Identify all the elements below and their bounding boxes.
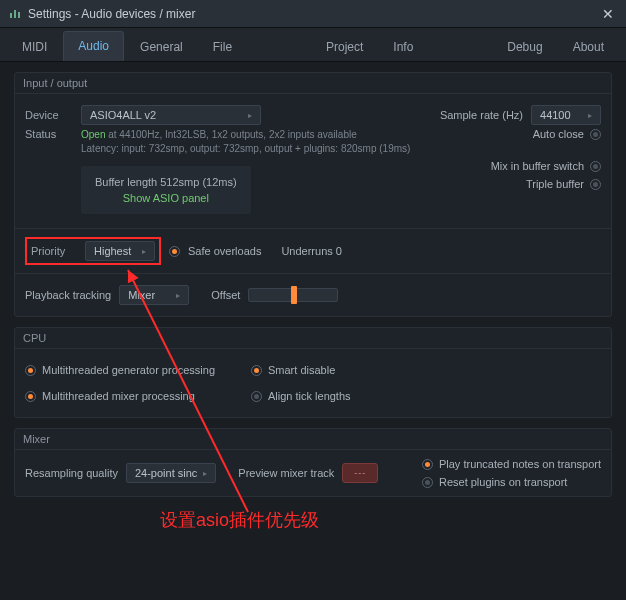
device-label: Device [25, 109, 73, 121]
chevron-right-icon: ▸ [203, 469, 207, 478]
priority-dropdown[interactable]: Highest▸ [85, 241, 155, 261]
auto-close-radio[interactable] [590, 129, 601, 140]
triple-buffer-label: Triple buffer [526, 178, 584, 190]
play-truncated-label: Play truncated notes on transport [439, 458, 601, 470]
safe-overloads-label: Safe overloads [188, 245, 261, 257]
mix-buffer-radio[interactable] [590, 161, 601, 172]
app-icon [8, 7, 22, 21]
multi-mix-radio[interactable] [25, 391, 36, 402]
buffer-length-text: Buffer length 512smp (12ms) [95, 176, 237, 188]
tab-audio[interactable]: Audio [63, 31, 124, 61]
multi-gen-label: Multithreaded generator processing [42, 364, 215, 376]
multi-mix-label: Multithreaded mixer processing [42, 390, 195, 402]
svg-rect-2 [18, 12, 20, 18]
offset-slider[interactable] [248, 288, 338, 302]
status-text: Open at 44100Hz, Int32LSB, 1x2 outputs, … [81, 128, 410, 156]
tab-midi[interactable]: MIDI [8, 33, 61, 61]
titlebar: Settings - Audio devices / mixer ✕ [0, 0, 626, 28]
smart-disable-radio[interactable] [251, 365, 262, 376]
mixer-panel: Mixer Resampling quality 24-point sinc▸ … [14, 428, 612, 497]
show-asio-link[interactable]: Show ASIO panel [95, 192, 237, 204]
io-panel: Input / output Device ASIO4ALL v2▸ Sampl… [14, 72, 612, 317]
reset-plugins-label: Reset plugins on transport [439, 476, 567, 488]
tab-about[interactable]: About [559, 33, 618, 61]
slider-thumb[interactable] [291, 286, 297, 304]
annotation-text: 设置asio插件优先级 [160, 508, 319, 532]
chevron-right-icon: ▸ [588, 111, 592, 120]
io-header: Input / output [15, 73, 611, 94]
smart-disable-label: Smart disable [268, 364, 335, 376]
device-dropdown[interactable]: ASIO4ALL v2▸ [81, 105, 261, 125]
reset-plugins-radio[interactable] [422, 477, 433, 488]
tab-file[interactable]: File [199, 33, 246, 61]
align-tick-radio[interactable] [251, 391, 262, 402]
priority-highlight: Priority Highest▸ [25, 237, 161, 265]
chevron-right-icon: ▸ [176, 291, 180, 300]
status-label: Status [25, 128, 73, 140]
safe-overloads-radio[interactable] [169, 246, 180, 257]
auto-close-label: Auto close [533, 128, 584, 140]
tab-info[interactable]: Info [379, 33, 427, 61]
multi-gen-radio[interactable] [25, 365, 36, 376]
chevron-right-icon: ▸ [142, 247, 146, 256]
playback-tracking-dropdown[interactable]: Mixer▸ [119, 285, 189, 305]
align-tick-label: Align tick lengths [268, 390, 351, 402]
svg-rect-1 [14, 10, 16, 18]
buffer-box: Buffer length 512smp (12ms) Show ASIO pa… [81, 166, 251, 214]
underruns-text: Underruns 0 [281, 245, 342, 257]
tab-bar: MIDI Audio General File Project Info Deb… [0, 28, 626, 62]
resampling-dropdown[interactable]: 24-point sinc▸ [126, 463, 216, 483]
close-button[interactable]: ✕ [598, 6, 618, 22]
preview-label: Preview mixer track [238, 467, 334, 479]
mixer-header: Mixer [15, 429, 611, 450]
resampling-label: Resampling quality [25, 467, 118, 479]
triple-buffer-radio[interactable] [590, 179, 601, 190]
cpu-panel: CPU Multithreaded generator processing S… [14, 327, 612, 418]
svg-rect-0 [10, 13, 12, 18]
play-truncated-radio[interactable] [422, 459, 433, 470]
sample-rate-label: Sample rate (Hz) [440, 109, 523, 121]
mix-buffer-label: Mix in buffer switch [491, 160, 584, 172]
tab-project[interactable]: Project [312, 33, 377, 61]
priority-label: Priority [31, 245, 79, 257]
window-title: Settings - Audio devices / mixer [28, 7, 598, 21]
preview-track-button[interactable]: --- [342, 463, 378, 483]
cpu-header: CPU [15, 328, 611, 349]
tab-general[interactable]: General [126, 33, 197, 61]
sample-rate-dropdown[interactable]: 44100▸ [531, 105, 601, 125]
chevron-right-icon: ▸ [248, 111, 252, 120]
offset-label: Offset [211, 289, 240, 301]
tab-debug[interactable]: Debug [493, 33, 556, 61]
playback-tracking-label: Playback tracking [25, 289, 111, 301]
